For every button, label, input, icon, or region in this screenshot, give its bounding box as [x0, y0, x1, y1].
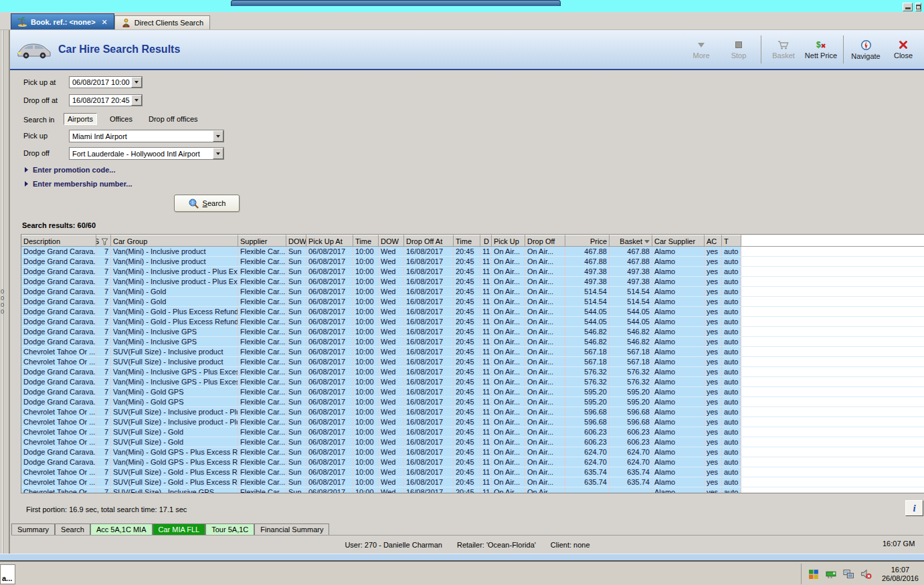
table-row[interactable]: Dodge Grand Carava...7Van(Mini) - Inclus…: [21, 267, 924, 277]
column-header-ac-16[interactable]: AC: [705, 235, 722, 247]
bottom-tab-summary[interactable]: Summary: [11, 523, 55, 535]
table-row[interactable]: Dodge Grand Carava...7Van(Mini) - Inclus…: [21, 337, 924, 347]
column-header-time-9[interactable]: Time: [454, 235, 480, 247]
table-row[interactable]: Dodge Grand Carava...7Van(Mini) - Gold -…: [21, 307, 924, 317]
cell-price-13: 595.20: [565, 387, 610, 396]
dropoff-at-dropdown-icon[interactable]: [131, 95, 142, 106]
search-button[interactable]: Search: [174, 195, 240, 212]
table-row[interactable]: Chevrolet Tahoe Or ...7SUV(Full Size) - …: [21, 467, 924, 477]
document-tab-book-ref-none[interactable]: Book. ref.: <none>✕: [11, 13, 114, 29]
cell-ac-16: yes: [705, 317, 722, 326]
membership-number-expander[interactable]: Enter membership number...: [25, 180, 132, 188]
cell-car-supplier-15: Alamo: [652, 427, 705, 437]
cell-supplier-3: Flexible Car...: [238, 417, 286, 427]
table-row[interactable]: Dodge Grand Carava...7Van(Mini) - Gold G…: [21, 397, 924, 407]
taskbar-clock[interactable]: 16:07 26/08/2016: [878, 566, 923, 583]
filter-funnel-icon[interactable]: [101, 238, 108, 245]
cell-drop-off-12: On Air...: [525, 327, 565, 336]
column-header-description-0[interactable]: Description: [21, 235, 96, 247]
column-header-price-13[interactable]: Price: [565, 235, 610, 247]
column-header-drop-off-12[interactable]: Drop Off: [525, 235, 565, 247]
column-header-car-supplier-15[interactable]: Car Supplier: [652, 235, 705, 247]
cell-drop-off-at-8: 16/08/2017: [404, 357, 454, 366]
cell-pick-up-11: On Air...: [492, 437, 525, 447]
nett-price-button[interactable]: $Nett Price: [804, 38, 838, 61]
dropoff-at-field[interactable]: 16/08/2017 20:45: [69, 94, 143, 106]
dropoff-combobox[interactable]: Fort Lauderdale - Hollywood Intl Airport: [69, 147, 224, 160]
cell-time-9: 20:45: [454, 277, 480, 286]
cell-drop-off-12: On Air...: [525, 387, 565, 396]
network-computers-icon[interactable]: [843, 568, 854, 580]
column-header-d-10[interactable]: D: [480, 235, 492, 247]
table-row[interactable]: Dodge Grand Carava...7Van(Mini) - Inclus…: [21, 327, 924, 337]
muted-speaker-icon[interactable]: [860, 568, 872, 580]
cell-description-0: Dodge Grand Carava...: [21, 247, 96, 256]
cell-supplier-3: Flexible Car...: [238, 317, 286, 326]
table-row[interactable]: Dodge Grand Carava...7Van(Mini) - GoldFl…: [21, 297, 924, 307]
table-row[interactable]: Chevrolet Tahoe Or ...7SUV(Full Size) - …: [21, 487, 924, 493]
table-row[interactable]: Chevrolet Tahoe Or ...7SUV(Full Size) - …: [21, 407, 924, 417]
search-in-option-airports[interactable]: Airports: [64, 113, 97, 125]
cell-d-10: 11: [480, 267, 492, 276]
table-row[interactable]: Dodge Grand Carava...7Van(Mini) - Gold -…: [21, 317, 924, 327]
pickup-at-field[interactable]: 06/08/2017 10:00: [69, 76, 143, 88]
network-card-icon[interactable]: [826, 568, 837, 580]
table-row[interactable]: Dodge Grand Carava...7Van(Mini) - Inclus…: [21, 257, 924, 267]
table-row[interactable]: Dodge Grand Carava...7Van(Mini) - Inclus…: [21, 247, 924, 257]
table-row[interactable]: Dodge Grand Carava...7Van(Mini) - Inclus…: [21, 377, 924, 387]
bottom-tab-tour-5a-1c[interactable]: Tour 5A,1C: [205, 523, 254, 535]
column-header-s-1[interactable]: S: [96, 235, 111, 247]
column-header-t-17[interactable]: T: [722, 235, 741, 247]
bottom-tab-search[interactable]: Search: [55, 523, 90, 535]
bottom-tab-acc-5a-1c-mia[interactable]: Acc 5A,1C MIA: [90, 523, 153, 535]
column-header-basket-14[interactable]: Basket: [610, 235, 652, 247]
pickup-combobox[interactable]: Miami Intl Airport: [69, 130, 224, 142]
cell-drop-off-12: On Air...: [525, 477, 565, 487]
cell-dow-7: Wed: [379, 347, 404, 356]
column-header-drop-off-at-8[interactable]: Drop Off At: [404, 235, 454, 247]
column-header-dow-7[interactable]: DOW: [379, 235, 404, 247]
cell-car-supplier-15: Alamo: [652, 437, 705, 447]
cell-time-6: 10:00: [353, 277, 379, 286]
column-header-supplier-3[interactable]: Supplier: [238, 235, 286, 247]
antivirus-icon[interactable]: [808, 568, 820, 580]
close-button[interactable]: Close: [886, 38, 921, 61]
column-header-time-6[interactable]: Time: [353, 235, 379, 247]
table-row[interactable]: Chevrolet Tahoe Or ...7SUV(Full Size) - …: [21, 347, 924, 357]
bottom-tab-car-mia-fll[interactable]: Car MIA FLL: [153, 523, 206, 535]
document-tab-direct-clients-search[interactable]: Direct Clients Search: [114, 15, 210, 29]
column-header-pick-up-at-5[interactable]: Pick Up At: [306, 235, 353, 247]
dropoff-dropdown-icon[interactable]: [213, 148, 223, 159]
table-row[interactable]: Dodge Grand Carava...7Van(Mini) - GoldFl…: [21, 287, 924, 297]
search-in-option-drop-off-offices[interactable]: Drop off offices: [145, 114, 201, 124]
tab-close-icon[interactable]: ✕: [102, 19, 108, 25]
table-row[interactable]: Dodge Grand Carava...7Van(Mini) - Inclus…: [21, 367, 924, 377]
cell-dow-4: Sun: [286, 287, 306, 296]
pickup-at-dropdown-icon[interactable]: [131, 77, 142, 88]
info-button[interactable]: i: [905, 500, 923, 516]
table-row[interactable]: Dodge Grand Carava...7Van(Mini) - Gold G…: [21, 457, 924, 467]
pickup-dropdown-icon[interactable]: [213, 130, 223, 142]
table-row[interactable]: Chevrolet Tahoe Or ...7SUV(Full Size) - …: [21, 477, 924, 487]
table-row[interactable]: Dodge Grand Carava...7Van(Mini) - Gold G…: [21, 387, 924, 397]
cell-s-1: 7: [96, 387, 111, 396]
search-in-option-offices[interactable]: Offices: [106, 114, 136, 124]
column-header-dow-4[interactable]: DOW: [286, 235, 306, 247]
cell-basket-14: 596.68: [610, 417, 652, 427]
minimize-icon[interactable]: [903, 3, 913, 11]
restore-icon[interactable]: [915, 3, 921, 11]
table-row[interactable]: Dodge Grand Carava...7Van(Mini) - Gold G…: [21, 447, 924, 457]
promotion-code-expander[interactable]: Enter promotion code...: [25, 166, 115, 174]
taskbar-app-button[interactable]: a...: [0, 564, 15, 584]
table-row[interactable]: Chevrolet Tahoe Or ...7SUV(Full Size) - …: [21, 427, 924, 437]
table-row[interactable]: Chevrolet Tahoe Or ...7SUV(Full Size) - …: [21, 437, 924, 447]
cell-ac-16: yes: [705, 357, 722, 366]
table-row[interactable]: Chevrolet Tahoe Or ...7SUV(Full Size) - …: [21, 357, 924, 367]
cell-car-supplier-15: Alamo: [652, 267, 705, 276]
column-header-car-group-2[interactable]: Car Group: [111, 235, 238, 247]
bottom-tab-financial-summary[interactable]: Financial Summary: [254, 523, 329, 535]
table-row[interactable]: Chevrolet Tahoe Or ...7SUV(Full Size) - …: [21, 417, 924, 427]
column-header-pick-up-11[interactable]: Pick Up: [492, 235, 525, 247]
table-row[interactable]: Dodge Grand Carava...7Van(Mini) - Inclus…: [21, 277, 924, 287]
navigate-button[interactable]: Navigate: [848, 38, 883, 62]
